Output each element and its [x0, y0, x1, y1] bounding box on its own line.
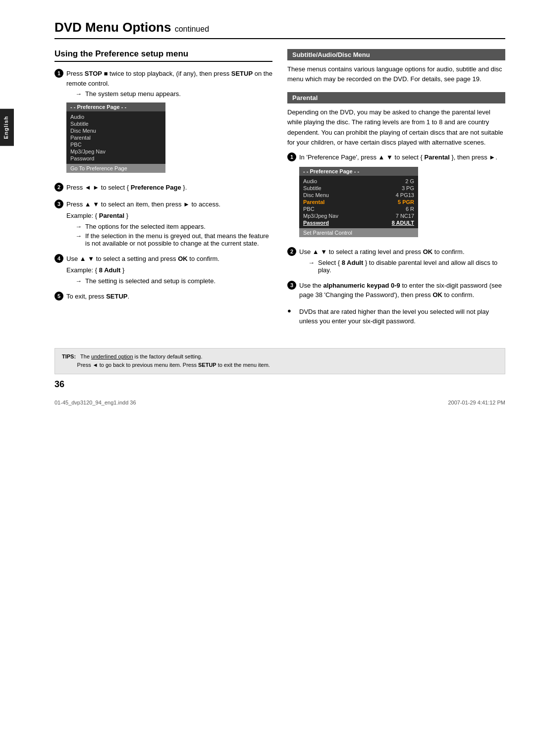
parental-step-3-text: Use the alphanumeric keypad 0-9 to enter… — [299, 281, 505, 300]
step-3-example: Example: { Parental } — [66, 211, 272, 221]
menu-item-parental: Parental — [70, 134, 161, 141]
parental-step-3-content: Use the alphanumeric keypad 0-9 to enter… — [299, 281, 505, 302]
title-continued: continued — [175, 25, 209, 33]
file-info-right: 2007-01-29 4:41:12 PM — [448, 400, 505, 405]
parental-menu-password: Password8 ADULT — [299, 219, 418, 226]
menu-item-pbc: PBC — [70, 141, 161, 148]
step-1-arrow-text: The system setup menu appears. — [85, 90, 181, 98]
step-3: 3 Press ▲ ▼ to select an item, then pres… — [54, 200, 272, 249]
page-container: English DVD Menu Options continued Using… — [0, 0, 535, 756]
step-5-content: To exit, press SETUP. — [66, 292, 272, 303]
step-4-example: Example: { 8 Adult } — [66, 265, 272, 275]
step-4-arrow-text: The setting is selected and setup is com… — [85, 277, 215, 285]
step-1: 1 Press STOP ■ twice to stop playback, (… — [54, 69, 272, 178]
parental-section-heading: Parental — [287, 92, 505, 103]
step-4-content: Use ▲ ▼ to select a setting and press OK… — [66, 254, 272, 287]
menu-box-items: Audio Subtitle Disc Menu Parental PBC Mp… — [66, 111, 165, 164]
step-2-content: Press ◄ ► to select { Preference Page }. — [66, 183, 272, 195]
step-4: 4 Use ▲ ▼ to select a setting and press … — [54, 254, 272, 287]
content-columns: Using the Preference setup menu 1 Press … — [54, 49, 505, 333]
step-3-arrow-text-1: The options for the selected item appear… — [85, 223, 206, 230]
tips-label: TIPS: — [62, 353, 76, 359]
parental-step-1-num: 1 — [287, 152, 296, 161]
parental-menu-box-items: Audio2 G Subtitle3 PG Disc Menu4 PG13 Pa… — [299, 176, 418, 228]
step-1-num: 1 — [54, 69, 63, 78]
parental-menu-audio: Audio2 G — [299, 178, 418, 185]
parental-menu-pbc: PBC6 R — [299, 205, 418, 212]
arrow-icon: → — [75, 90, 82, 98]
parental-step-1: 1 In 'Preference Page', press ▲ ▼ to sel… — [287, 152, 505, 243]
arrow-icon-5: → — [308, 259, 315, 266]
step-5: 5 To exit, press SETUP. — [54, 292, 272, 303]
parental-step-2-arrow-text: Select { 8 Adult } to disable parental l… — [318, 259, 505, 274]
parental-step-2-text: Use ▲ ▼ to select a rating level and pre… — [299, 247, 505, 257]
step-2-text: Press ◄ ► to select { Preference Page }. — [66, 183, 272, 193]
tips-box: TIPS: The underlined option is the facto… — [54, 348, 505, 374]
menu-item-mp3: Mp3/Jpeg Nav — [70, 148, 161, 155]
menu-item-password: Password — [70, 155, 161, 162]
parental-menu-mp3: Mp3/Jpeg Nav7 NC17 — [299, 212, 418, 219]
step-4-arrow-1: → The setting is selected and setup is c… — [75, 277, 272, 285]
parental-step-2-content: Use ▲ ▼ to select a rating level and pre… — [299, 247, 505, 276]
step-3-arrow-1: → The options for the selected item appe… — [75, 223, 272, 230]
parental-step-1-content: In 'Preference Page', press ▲ ▼ to selec… — [299, 152, 505, 243]
parental-step-1-text: In 'Preference Page', press ▲ ▼ to selec… — [299, 152, 505, 162]
step-3-arrow-2: → If the selection in the menu is greyed… — [75, 232, 272, 247]
page-footer: 01-45_dvp3120_94_eng1.indd 36 2007-01-29… — [54, 400, 505, 405]
arrow-icon-4: → — [75, 277, 82, 285]
parental-step-3: 3 Use the alphanumeric keypad 0-9 to ent… — [287, 281, 505, 302]
step-1-arrow-1: → The system setup menu appears. — [75, 90, 272, 98]
parental-menu-parental: Parental5 PGR — [299, 199, 418, 205]
menu-item-subtitle: Subtitle — [70, 120, 161, 127]
parental-bullet-content: DVDs that are rated higher than the leve… — [299, 307, 505, 328]
parental-bullet: ● DVDs that are rated higher than the le… — [287, 307, 505, 328]
parental-menu-disc: Disc Menu4 PG13 — [299, 192, 418, 199]
menu-item-disc-menu: Disc Menu — [70, 127, 161, 134]
parental-menu-subtitle: Subtitle3 PG — [299, 185, 418, 192]
arrow-icon-3: → — [75, 232, 82, 240]
parental-bullet-sym: ● — [287, 307, 296, 314]
step-2: 2 Press ◄ ► to select { Preference Page … — [54, 183, 272, 195]
step-5-num: 5 — [54, 292, 63, 301]
step-3-content: Press ▲ ▼ to select an item, then press … — [66, 200, 272, 249]
menu-box-title: - - Preference Page - - — [66, 102, 165, 111]
parental-step-2-num: 2 — [287, 247, 296, 256]
left-column: Using the Preference setup menu 1 Press … — [54, 49, 272, 333]
step-3-text: Press ▲ ▼ to select an item, then press … — [66, 200, 272, 209]
parental-bullet-text: DVDs that are rated higher than the leve… — [299, 307, 505, 326]
parental-step-2-arrow: → Select { 8 Adult } to disable parental… — [308, 259, 505, 274]
title-text: DVD Menu Options — [54, 20, 171, 35]
step-3-arrow-text-2: If the selection in the menu is greyed o… — [85, 232, 272, 247]
main-title: DVD Menu Options continued — [54, 20, 505, 39]
step-2-num: 2 — [54, 183, 63, 192]
step-3-num: 3 — [54, 200, 63, 208]
parental-step-3-num: 3 — [287, 281, 296, 290]
parental-menu-footer: Set Parental Control — [299, 228, 418, 237]
subtitle-section-heading: Subtitle/Audio/Disc Menu — [287, 49, 505, 60]
file-info-left: 01-45_dvp3120_94_eng1.indd 36 — [54, 400, 136, 405]
english-tab: English — [0, 109, 14, 146]
step-1-text: Press STOP ■ twice to stop playback, (if… — [66, 69, 272, 88]
menu-box-footer: Go To Preference Page — [66, 164, 165, 173]
subtitle-section-body: These menus contains various language op… — [287, 64, 505, 84]
step-1-content: Press STOP ■ twice to stop playback, (if… — [66, 69, 272, 178]
menu-item-audio: Audio — [70, 113, 161, 120]
parental-menu-box-title: - - Preference Page - - — [299, 167, 418, 176]
parental-step-2: 2 Use ▲ ▼ to select a rating level and p… — [287, 247, 505, 276]
page-number: 36 — [54, 379, 505, 390]
step-5-text: To exit, press SETUP. — [66, 292, 272, 302]
parental-section-body: Depending on the DVD, you may be asked t… — [287, 107, 505, 148]
step-4-num: 4 — [54, 254, 63, 263]
left-section-heading: Using the Preference setup menu — [54, 49, 272, 62]
preference-menu-box: - - Preference Page - - Audio Subtitle D… — [66, 102, 165, 173]
step-4-text: Use ▲ ▼ to select a setting and press OK… — [66, 254, 272, 264]
parental-menu-box: - - Preference Page - - Audio2 G Subtitl… — [299, 167, 418, 237]
right-column: Subtitle/Audio/Disc Menu These menus con… — [287, 49, 505, 333]
arrow-icon-2: → — [75, 223, 82, 230]
